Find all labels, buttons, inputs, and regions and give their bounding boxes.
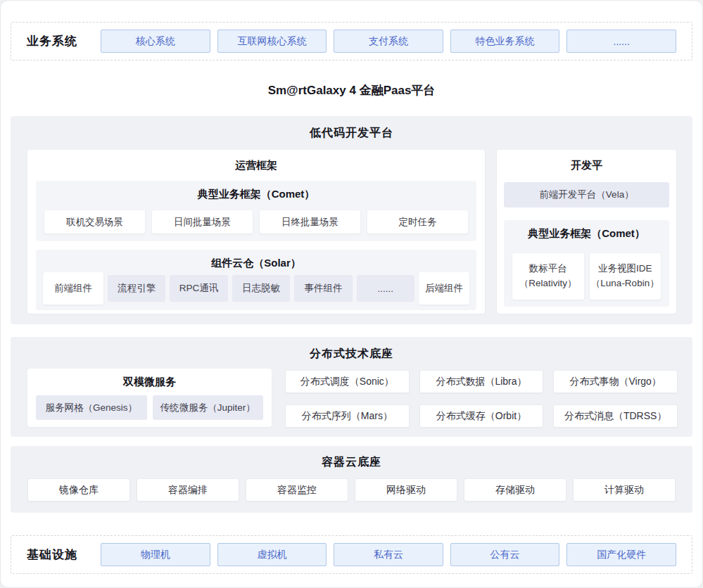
lowcode-platform-section: 低代码开发平台 运营框架 典型业务框架（Comet） 联机交易场景 日间批量场景…: [11, 116, 692, 324]
scenario-online-transaction: 联机交易场景: [44, 210, 145, 234]
dual-mode-microservice-row: 服务网格（Genesis） 传统微服务（Jupiter）: [36, 395, 263, 420]
component-frontend: 前端组件: [43, 272, 103, 305]
infra-physical-machine: 物理机: [101, 543, 210, 566]
dev-typical-business-framework-subcard: 典型业务框架（Comet） 数标平台 （Relativity） 业务视图IDE …: [504, 220, 669, 307]
infrastructure-label: 基础设施: [11, 547, 101, 563]
distributed-cache-orbit: 分布式缓存（Orbit）: [419, 404, 544, 428]
business-systems-row: 核心系统 互联网核心系统 支付系统 特色业务系统 ......: [101, 30, 676, 53]
component-rpc: RPC通讯: [170, 275, 227, 302]
component-process-engine: 流程引擎: [108, 275, 165, 302]
typical-business-framework-subcard: 典型业务框架（Comet） 联机交易场景 日间批量场景 日终批量场景 定时任务: [36, 181, 476, 241]
distributed-sequence-mars: 分布式序列（Mars）: [285, 404, 410, 428]
business-system-more: ......: [566, 30, 676, 53]
lowcode-platform-title: 低代码开发平台: [11, 116, 692, 141]
dev-typical-business-framework-title: 典型业务框架（Comet）: [504, 220, 669, 241]
traditional-microservice-jupiter: 传统微服务（Jupiter）: [153, 395, 264, 420]
component-log-masking: 日志脱敏: [232, 275, 290, 302]
component-more: ......: [357, 275, 414, 302]
container-monitoring: 容器监控: [246, 478, 348, 501]
scenario-daytime-batch: 日间批量场景: [152, 210, 253, 234]
component-backend: 后端组件: [419, 272, 469, 305]
typical-business-framework-title: 典型业务框架（Comet）: [36, 181, 476, 201]
scenario-scheduled-task: 定时任务: [367, 210, 468, 234]
infra-virtual-machine: 虚拟机: [217, 543, 327, 566]
architecture-diagram: 业务系统 核心系统 互联网核心系统 支付系统 特色业务系统 ...... Sm@…: [0, 0, 703, 588]
component-event: 事件组件: [294, 275, 352, 302]
distributed-message-tdrss: 分布式消息（TDRSS）: [553, 404, 678, 428]
frontend-dev-platform-vela: 前端开发平台（Vela）: [504, 182, 669, 207]
image-registry: 镜像仓库: [27, 478, 130, 501]
business-system-payment: 支付系统: [334, 30, 443, 53]
business-view-ide-luna-robin: 业务视图IDE （Luna-Robin）: [590, 253, 661, 300]
dev-platform-title: 开发平: [497, 150, 676, 172]
business-system-internet-core: 互联网核心系统: [217, 30, 327, 53]
business-systems-strip: 业务系统 核心系统 互联网核心系统 支付系统 特色业务系统 ......: [11, 22, 692, 60]
page-title: Sm@rtGalaxy 4 金融Paas平台: [1, 82, 702, 98]
dual-mode-microservice-card: 双模微服务 服务网格（Genesis） 传统微服务（Jupiter）: [27, 369, 272, 427]
dev-typical-business-framework-row: 数标平台 （Relativity） 业务视图IDE （Luna-Robin）: [512, 253, 661, 300]
distributed-base-title: 分布式技术底座: [11, 337, 692, 362]
network-driver: 网络驱动: [355, 478, 457, 501]
component-cloud-row: 前端组件 流程引擎 RPC通讯 日志脱敏 事件组件 ...... 后端组件: [43, 271, 469, 305]
component-cloud-subcard: 组件云仓（Solar） 前端组件 流程引擎 RPC通讯 日志脱敏 事件组件 ..…: [36, 250, 476, 310]
distributed-transaction-virgo: 分布式事物（Virgo）: [553, 370, 678, 393]
distributed-scheduling-sonic: 分布式调度（Sonic）: [285, 370, 410, 393]
compute-driver: 计算驱动: [573, 478, 676, 501]
scenario-eod-batch: 日终批量场景: [260, 210, 360, 234]
dual-mode-microservice-title: 双模微服务: [27, 369, 272, 389]
infra-private-cloud: 私有云: [334, 543, 443, 566]
component-cloud-title: 组件云仓（Solar）: [36, 250, 476, 270]
service-mesh-genesis: 服务网格（Genesis）: [36, 395, 147, 420]
distributed-services-grid: 分布式调度（Sonic） 分布式数据（Libra） 分布式事物（Virgo） 分…: [285, 370, 678, 428]
business-systems-label: 业务系统: [11, 33, 101, 49]
infra-public-cloud: 公有云: [450, 543, 560, 566]
container-base-title: 容器云底座: [11, 446, 692, 470]
infrastructure-strip: 基础设施 物理机 虚拟机 私有云 公有云 国产化硬件: [11, 535, 692, 574]
distributed-data-libra: 分布式数据（Libra）: [419, 370, 544, 393]
operation-framework-title: 运营框架: [27, 150, 485, 172]
business-system-special: 特色业务系统: [450, 30, 560, 53]
typical-business-framework-row: 联机交易场景 日间批量场景 日终批量场景 定时任务: [44, 210, 468, 234]
dev-platform-card: 开发平 前端开发平台（Vela） 典型业务框架（Comet） 数标平台 （Rel…: [497, 150, 676, 314]
distributed-base-section: 分布式技术底座 双模微服务 服务网格（Genesis） 传统微服务（Jupite…: [11, 337, 692, 437]
infrastructure-row: 物理机 虚拟机 私有云 公有云 国产化硬件: [101, 543, 676, 566]
container-base-section: 容器云底座 镜像仓库 容器编排 容器监控 网络驱动 存储驱动 计算驱动: [11, 446, 692, 513]
infra-domestic-hardware: 国产化硬件: [566, 543, 676, 566]
container-orchestration: 容器编排: [137, 478, 239, 501]
operation-framework-card: 运营框架 典型业务框架（Comet） 联机交易场景 日间批量场景 日终批量场景 …: [27, 150, 485, 314]
storage-driver: 存储驱动: [464, 478, 566, 501]
container-base-row: 镜像仓库 容器编排 容器监控 网络驱动 存储驱动 计算驱动: [27, 478, 676, 501]
business-system-core: 核心系统: [101, 30, 210, 53]
data-standard-platform-relativity: 数标平台 （Relativity）: [512, 253, 584, 300]
